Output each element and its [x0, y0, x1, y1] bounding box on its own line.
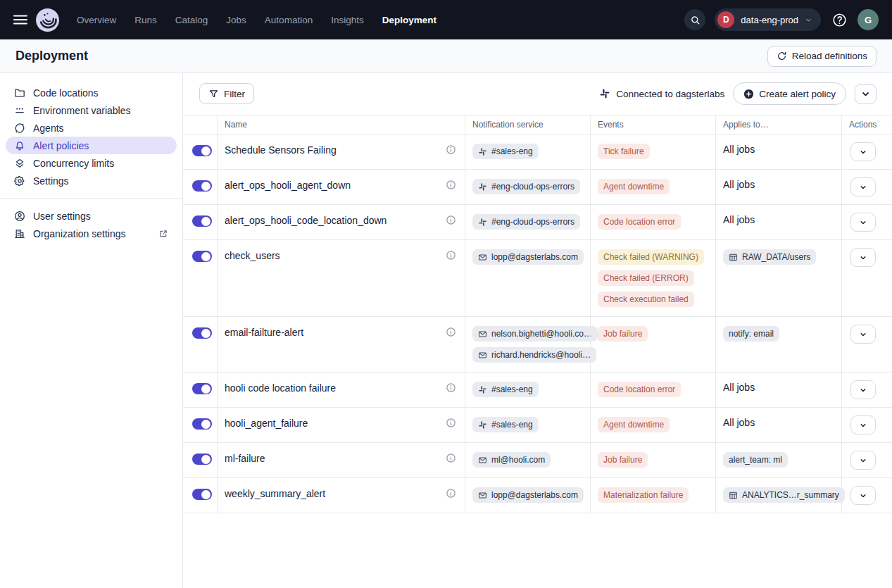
table-row: Schedule Sensors Failing#sales-engTick f… — [183, 135, 892, 170]
sidebar-item-organization-settings[interactable]: Organization settings — [6, 225, 177, 242]
env-vars-icon — [14, 105, 25, 116]
email-icon — [478, 456, 487, 465]
search-button[interactable] — [684, 9, 705, 30]
enable-toggle[interactable] — [192, 145, 212, 156]
dagster-logo-icon — [36, 8, 59, 32]
settings-sidebar: Code locationsEnvironment variablesAgent… — [0, 73, 183, 588]
applies-to-label: RAW_DATA/users — [742, 252, 810, 262]
row-actions-button[interactable] — [850, 248, 876, 267]
notification-label: #eng-cloud-ops-errors — [491, 182, 574, 192]
chevron-down-icon — [859, 183, 867, 192]
row-actions-button[interactable] — [850, 415, 876, 434]
filter-button[interactable]: Filter — [199, 83, 254, 104]
top-nav: OverviewRunsCatalogJobsAutomationInsight… — [0, 0, 892, 39]
row-actions-button[interactable] — [850, 486, 876, 505]
event-badge: Check failed (WARNING) — [598, 249, 704, 265]
enable-toggle[interactable] — [192, 327, 212, 339]
column-header-events: Events — [590, 115, 715, 134]
info-icon[interactable] — [446, 382, 456, 393]
row-actions-button[interactable] — [850, 451, 876, 470]
topbar-right: D data-eng-prod G — [684, 8, 879, 31]
toolbar-right: Connected to dagsterlabs Create alert po… — [599, 82, 877, 105]
reload-definitions-button[interactable]: Reload definitions — [767, 46, 877, 67]
event-badge: Materialization failure — [598, 487, 689, 503]
column-header-applies-to: Applies to… — [715, 115, 841, 134]
notification-label: #sales-eng — [491, 384, 533, 394]
layers-icon — [14, 158, 25, 169]
chevron-down-icon — [859, 330, 867, 339]
info-icon[interactable] — [446, 215, 456, 225]
email-icon — [478, 330, 487, 339]
nav-item-deployment[interactable]: Deployment — [382, 15, 436, 25]
user-icon — [14, 211, 25, 222]
info-icon[interactable] — [446, 453, 456, 463]
building-icon — [14, 228, 25, 239]
sidebar-item-agents[interactable]: Agents — [6, 119, 177, 137]
enable-toggle[interactable] — [192, 453, 212, 465]
notification-label: richard.hendricks@hooli… — [491, 350, 591, 360]
slack-icon — [599, 88, 610, 99]
applies-to-value: All jobs — [723, 144, 755, 155]
nav-item-overview[interactable]: Overview — [77, 15, 116, 25]
info-icon[interactable] — [446, 327, 456, 337]
table-header: NameNotification serviceEventsApplies to… — [183, 115, 892, 135]
sidebar-item-user-settings[interactable]: User settings — [6, 207, 177, 225]
table-row: alert_ops_hooli_code_location_down#eng-c… — [183, 205, 892, 240]
help-button[interactable] — [830, 11, 848, 29]
slack-icon — [478, 218, 487, 227]
primary-nav: OverviewRunsCatalogJobsAutomationInsight… — [77, 15, 436, 25]
nav-item-insights[interactable]: Insights — [331, 15, 364, 25]
row-actions-button[interactable] — [850, 177, 876, 196]
hamburger-menu-button[interactable] — [11, 11, 30, 29]
nav-item-catalog[interactable]: Catalog — [175, 15, 208, 25]
row-actions-button[interactable] — [850, 325, 876, 344]
toolbar: Filter Connected to dagsterlabs Create a… — [183, 83, 892, 104]
email-icon — [478, 351, 487, 360]
sidebar-item-code-locations[interactable]: Code locations — [6, 84, 177, 101]
notification-label: lopp@dagsterlabs.com — [491, 252, 578, 262]
event-badge: Job failure — [598, 326, 648, 342]
table-icon — [729, 491, 738, 500]
slack-icon — [478, 147, 487, 156]
info-icon[interactable] — [446, 144, 456, 155]
applies-to-label: notify: email — [729, 329, 774, 339]
page-header: Deployment Reload definitions — [0, 39, 892, 73]
event-badge: Check execution failed — [598, 292, 694, 307]
column-header-name: Name — [217, 115, 465, 134]
row-actions-button[interactable] — [850, 142, 876, 161]
enable-toggle[interactable] — [192, 215, 212, 227]
event-badge: Job failure — [598, 452, 648, 468]
sidebar-item-concurrency-limits[interactable]: Concurrency limits — [6, 154, 177, 172]
nav-item-automation[interactable]: Automation — [265, 15, 313, 25]
info-icon[interactable] — [446, 418, 456, 428]
enable-toggle[interactable] — [192, 383, 212, 394]
enable-toggle[interactable] — [192, 180, 212, 192]
enable-toggle[interactable] — [192, 418, 212, 430]
notification-chip: #sales-eng — [472, 144, 539, 159]
nav-item-runs[interactable]: Runs — [134, 15, 157, 25]
nav-item-jobs[interactable]: Jobs — [226, 15, 246, 25]
event-badge: Code location error — [598, 382, 681, 397]
info-icon[interactable] — [446, 180, 456, 190]
info-icon[interactable] — [446, 250, 456, 261]
policy-name: hooli code location failure — [225, 382, 336, 394]
enable-toggle[interactable] — [192, 489, 212, 500]
applies-to-value: All jobs — [723, 417, 755, 428]
applies-to-chip: alert_team: ml — [723, 452, 788, 468]
deployment-switcher[interactable]: D data-eng-prod — [715, 8, 821, 31]
info-icon[interactable] — [446, 488, 456, 499]
sidebar-item-settings[interactable]: Settings — [6, 172, 177, 189]
email-icon — [478, 491, 487, 500]
user-avatar[interactable]: G — [858, 9, 879, 30]
policy-name: weekly_summary_alert — [225, 488, 325, 499]
row-actions-button[interactable] — [850, 213, 876, 232]
sidebar-item-alert-policies[interactable]: Alert policies — [6, 137, 177, 154]
sidebar-item-environment-variables[interactable]: Environment variables — [6, 101, 177, 119]
notification-label: nelson.bighetti@hooli.co… — [491, 329, 592, 339]
row-actions-button[interactable] — [850, 380, 876, 399]
deployment-name: data-eng-prod — [741, 15, 798, 25]
create-alert-policy-button[interactable]: Create alert policy — [733, 82, 846, 105]
enable-toggle[interactable] — [192, 251, 212, 262]
policy-name: alert_ops_hooli_agent_down — [225, 180, 351, 191]
create-policy-menu-button[interactable] — [855, 84, 877, 104]
